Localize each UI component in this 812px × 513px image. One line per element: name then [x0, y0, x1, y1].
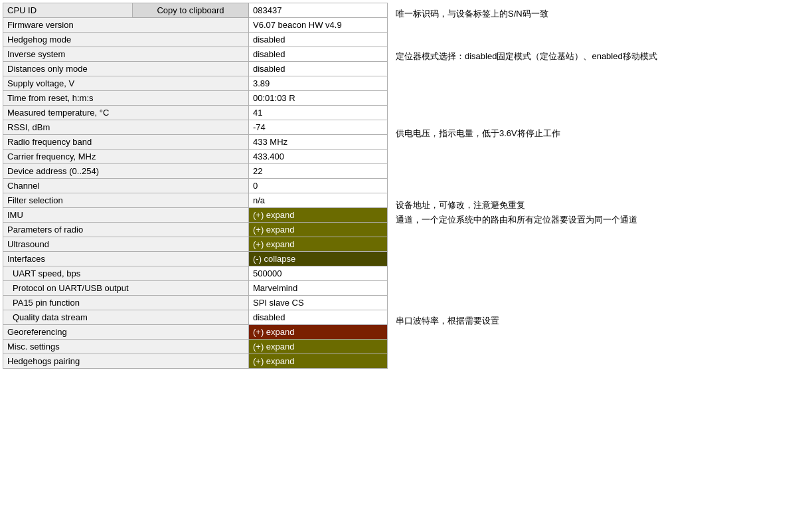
table-row: Parameters of radio(+) expand — [3, 223, 388, 237]
row-value[interactable]: (+) expand — [249, 325, 388, 340]
note-2 — [396, 35, 801, 49]
row-value: 433 MHz — [249, 135, 388, 150]
table-row: Measured temperature, °C41 — [3, 106, 388, 120]
row-label: RSSI, dBm — [3, 120, 249, 135]
row-label: Carrier frequency, MHz — [3, 150, 249, 164]
note-7: 设备地址，可修改，注意避免重复 — [396, 198, 801, 213]
row-label: Quality data stream — [3, 310, 249, 325]
copy-to-clipboard-button[interactable]: Copy to clipboard — [133, 3, 249, 18]
row-value[interactable]: (+) expand — [249, 223, 388, 237]
row-label: Radio frequency band — [3, 135, 249, 150]
table-row: Channel0 — [3, 179, 388, 193]
row-label: Misc. settings — [3, 340, 249, 354]
row-value[interactable]: (+) expand — [249, 354, 388, 369]
table-row: Firmware versionV6.07 beacon HW v4.9 — [3, 18, 388, 33]
table-row: CPU IDCopy to clipboard083437 — [3, 3, 388, 18]
row-label: Distances only mode — [3, 62, 249, 76]
cpu-id-label: CPU ID — [3, 3, 133, 18]
row-value: 00:01:03 R — [249, 91, 388, 106]
row-value: -74 — [249, 120, 388, 135]
note-6 — [396, 183, 801, 198]
table-row: Ultrasound(+) expand — [3, 237, 388, 252]
right-panel: 唯一标识码，与设备标签上的S/N码一致 定位器模式选择：disabled固定模式… — [388, 3, 809, 510]
table-row: Interfaces(-) collapse — [3, 252, 388, 266]
row-label: Hedgehog mode — [3, 33, 249, 47]
table-row: UART speed, bps500000 — [3, 266, 388, 281]
info-table: CPU IDCopy to clipboard083437Firmware ve… — [3, 3, 388, 369]
table-row: Distances only modedisabled — [3, 62, 388, 76]
row-label: Ultrasound — [3, 237, 249, 252]
note-3: 定位器模式选择：disabled固定模式（定位基站）、enabled移动模式 — [396, 49, 801, 64]
row-label: Inverse system — [3, 47, 249, 62]
table-row: Inverse systemdisabled — [3, 47, 388, 62]
left-panel: CPU IDCopy to clipboard083437Firmware ve… — [3, 3, 388, 510]
row-label: Filter selection — [3, 193, 249, 208]
row-label: Time from reset, h:m:s — [3, 91, 249, 106]
row-label: Hedgehogs pairing — [3, 354, 249, 369]
row-value: 22 — [249, 164, 388, 179]
row-value: disabled — [249, 310, 388, 325]
table-row: Supply voltage, V3.89 — [3, 76, 388, 91]
table-row: Time from reset, h:m:s00:01:03 R — [3, 91, 388, 106]
note-10: 串口波特率，根据需要设置 — [396, 314, 801, 328]
table-row: Hedgehogs pairing(+) expand — [3, 354, 388, 369]
row-label: Device address (0..254) — [3, 164, 249, 179]
row-value: 433.400 — [249, 150, 388, 164]
table-row: RSSI, dBm-74 — [3, 120, 388, 135]
row-value[interactable]: (+) expand — [249, 208, 388, 223]
row-value[interactable]: (+) expand — [249, 237, 388, 252]
row-value: disabled — [249, 33, 388, 47]
row-value: disabled — [249, 47, 388, 62]
row-value: disabled — [249, 62, 388, 76]
row-label: Protocol on UART/USB output — [3, 281, 249, 296]
table-row: Device address (0..254)22 — [3, 164, 388, 179]
table-row: Protocol on UART/USB outputMarvelmind — [3, 281, 388, 296]
row-label: Channel — [3, 179, 249, 193]
row-value: V6.07 beacon HW v4.9 — [249, 18, 388, 33]
table-row: IMU(+) expand — [3, 208, 388, 223]
row-label: Measured temperature, °C — [3, 106, 249, 120]
note-5: 供电电压，指示电量，低于3.6V将停止工作 — [396, 126, 801, 141]
note-9 — [396, 299, 801, 314]
table-row: Filter selectionn/a — [3, 193, 388, 208]
table-row: Radio frequency band433 MHz — [3, 135, 388, 150]
row-label: Supply voltage, V — [3, 76, 249, 91]
row-value: 41 — [249, 106, 388, 120]
table-row: Misc. settings(+) expand — [3, 340, 388, 354]
row-value[interactable]: (+) expand — [249, 340, 388, 354]
row-value[interactable]: (-) collapse — [249, 252, 388, 266]
table-row: Carrier frequency, MHz433.400 — [3, 150, 388, 164]
row-value: 500000 — [249, 266, 388, 281]
row-label: UART speed, bps — [3, 266, 249, 281]
row-label: PA15 pin function — [3, 296, 249, 310]
row-label: Georeferencing — [3, 325, 249, 340]
row-label: Parameters of radio — [3, 223, 249, 237]
note-8: 通道，一个定位系统中的路由和所有定位器要设置为同一个通道 — [396, 213, 801, 227]
row-label: Firmware version — [3, 18, 249, 33]
row-value: n/a — [249, 193, 388, 208]
row-label: IMU — [3, 208, 249, 223]
row-value: 0 — [249, 179, 388, 193]
row-label: Interfaces — [3, 252, 249, 266]
row-value: 3.89 — [249, 76, 388, 91]
cpu-id-value: 083437 — [249, 3, 388, 18]
note-4 — [396, 112, 801, 126]
row-value: Marvelmind — [249, 281, 388, 296]
table-row: Georeferencing(+) expand — [3, 325, 388, 340]
table-row: PA15 pin functionSPI slave CS — [3, 296, 388, 310]
note-1: 唯一标识码，与设备标签上的S/N码一致 — [396, 7, 801, 21]
table-row: Hedgehog modedisabled — [3, 33, 388, 47]
row-value: SPI slave CS — [249, 296, 388, 310]
table-row: Quality data streamdisabled — [3, 310, 388, 325]
